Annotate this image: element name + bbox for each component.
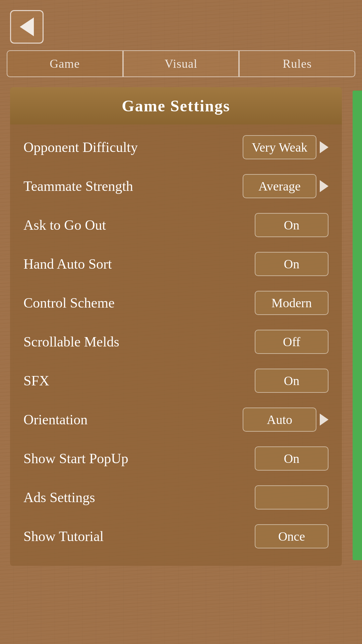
settings-list: Opponent DifficultyVery WeakTeammate Str… xyxy=(10,124,342,559)
tabs-row: Game Visual Rules xyxy=(0,50,362,77)
setting-value-ask-to-go-out[interactable]: On xyxy=(255,213,328,237)
setting-label-show-start-popup: Show Start PopUp xyxy=(23,450,255,467)
setting-row-orientation: OrientationAuto xyxy=(10,400,342,439)
arrow-icon-orientation xyxy=(320,414,328,426)
setting-value-ads-settings[interactable] xyxy=(255,485,328,509)
setting-row-scrollable-melds: Scrollable MeldsOff xyxy=(10,322,342,361)
top-bar xyxy=(0,0,362,50)
arrow-icon-opponent-difficulty xyxy=(320,141,328,153)
back-button[interactable] xyxy=(10,10,44,44)
setting-row-hand-auto-sort: Hand Auto SortOn xyxy=(10,245,342,283)
setting-value-show-tutorial[interactable]: Once xyxy=(255,524,328,548)
setting-value-orientation[interactable]: Auto xyxy=(243,408,316,432)
section-title: Game Settings xyxy=(122,97,230,115)
tab-visual[interactable]: Visual xyxy=(123,50,239,77)
scroll-indicator xyxy=(353,91,362,560)
setting-value-wrapper-sfx: On xyxy=(255,369,328,393)
setting-row-show-tutorial: Show TutorialOnce xyxy=(10,517,342,556)
setting-value-wrapper-ads-settings xyxy=(255,485,328,509)
setting-value-wrapper-control-scheme: Modern xyxy=(255,291,328,315)
setting-value-hand-auto-sort[interactable]: On xyxy=(255,252,328,276)
setting-value-teammate-strength[interactable]: Average xyxy=(243,174,316,198)
setting-value-wrapper-show-tutorial: Once xyxy=(255,524,328,548)
setting-label-sfx: SFX xyxy=(23,373,255,389)
setting-label-ask-to-go-out: Ask to Go Out xyxy=(23,217,255,233)
content-area: Game Settings Opponent DifficultyVery We… xyxy=(10,87,342,566)
setting-value-wrapper-orientation: Auto xyxy=(243,408,328,432)
setting-row-opponent-difficulty: Opponent DifficultyVery Weak xyxy=(10,128,342,167)
setting-label-show-tutorial: Show Tutorial xyxy=(23,528,255,544)
setting-label-opponent-difficulty: Opponent Difficulty xyxy=(23,139,243,155)
arrow-icon-teammate-strength xyxy=(320,180,328,192)
setting-label-ads-settings: Ads Settings xyxy=(23,489,255,505)
setting-value-sfx[interactable]: On xyxy=(255,369,328,393)
setting-label-scrollable-melds: Scrollable Melds xyxy=(23,334,255,350)
setting-label-teammate-strength: Teammate Strength xyxy=(23,178,243,194)
setting-value-scrollable-melds[interactable]: Off xyxy=(255,330,328,354)
setting-label-hand-auto-sort: Hand Auto Sort xyxy=(23,256,255,272)
back-arrow-icon xyxy=(20,17,34,36)
tab-rules[interactable]: Rules xyxy=(239,50,355,77)
setting-row-teammate-strength: Teammate StrengthAverage xyxy=(10,167,342,206)
setting-value-control-scheme[interactable]: Modern xyxy=(255,291,328,315)
setting-value-opponent-difficulty[interactable]: Very Weak xyxy=(243,135,316,159)
setting-value-wrapper-scrollable-melds: Off xyxy=(255,330,328,354)
setting-row-show-start-popup: Show Start PopUpOn xyxy=(10,439,342,478)
setting-value-show-start-popup[interactable]: On xyxy=(255,446,328,471)
setting-value-wrapper-teammate-strength: Average xyxy=(243,174,328,198)
section-header: Game Settings xyxy=(10,87,342,124)
setting-label-control-scheme: Control Scheme xyxy=(23,295,255,311)
setting-value-wrapper-hand-auto-sort: On xyxy=(255,252,328,276)
setting-value-wrapper-opponent-difficulty: Very Weak xyxy=(243,135,328,159)
setting-row-ads-settings: Ads Settings xyxy=(10,478,342,517)
setting-row-control-scheme: Control SchemeModern xyxy=(10,283,342,322)
setting-row-sfx: SFXOn xyxy=(10,361,342,400)
setting-value-wrapper-ask-to-go-out: On xyxy=(255,213,328,237)
setting-value-wrapper-show-start-popup: On xyxy=(255,446,328,471)
tab-game[interactable]: Game xyxy=(7,50,123,77)
setting-row-ask-to-go-out: Ask to Go OutOn xyxy=(10,206,342,245)
setting-label-orientation: Orientation xyxy=(23,412,243,428)
